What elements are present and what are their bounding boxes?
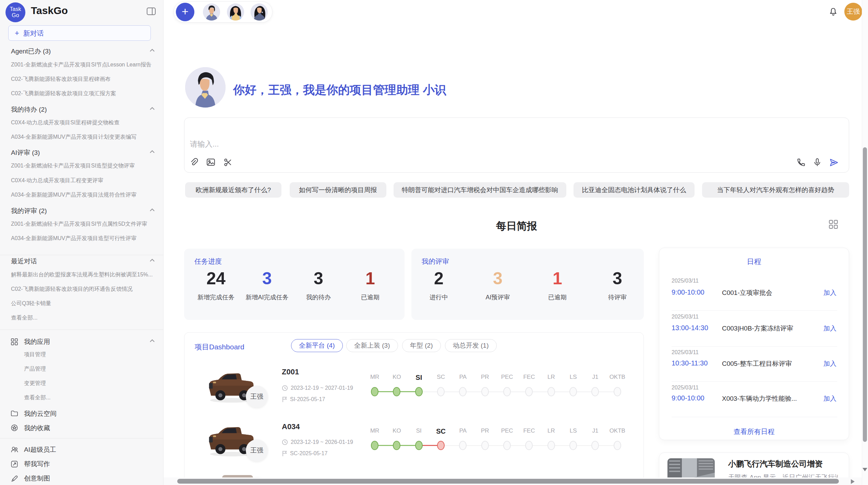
app-link-project-mgmt[interactable]: 项目管理 [24,351,46,358]
suggestion-chip[interactable]: 欧洲新规最近颁布了什么? [185,182,281,198]
milestone-label-active: SI [408,374,430,382]
sidebar-task-item[interactable]: C0X4-动力总成开发项目工程变更评审 [11,177,103,184]
avatar[interactable] [251,3,268,21]
chevron-up-icon[interactable] [149,107,155,110]
conversation-switcher: + [173,1,273,23]
my-review-card: 我的评审 2 进行中 3 AI预评审 1 已逾期 3 待评审 [411,249,644,320]
chevron-up-icon[interactable] [149,208,155,212]
milestone-label: SC [430,374,452,382]
sidebar-task-item[interactable]: A034-全新新能源MUV产品开发项目计划变更表编写 [11,134,136,141]
view-all-chats-link[interactable]: 查看全部... [11,314,37,322]
project-flag-milestone: SI-2025-05-17 [282,396,325,402]
chat-input[interactable]: 请输入... [184,117,849,173]
join-link[interactable]: 加入 [823,288,836,297]
attachment-paperclip-icon[interactable] [189,158,198,167]
app-link-product-mgmt[interactable]: 产品管理 [24,365,46,373]
sidebar-item-cloud-space[interactable]: 我的云空间 [24,409,57,418]
join-link[interactable]: 加入 [823,359,836,368]
tab-new-platform[interactable]: 全新平台 (4) [291,339,343,352]
microphone-icon[interactable] [813,158,822,167]
milestone-dot [525,441,533,450]
sidebar-item-my-apps[interactable]: 我的应用 [24,337,50,346]
sidebar-task-item[interactable]: A034-全新新能源MUV产品开发项目法规符合性评审 [11,191,136,199]
recent-chat-item[interactable]: C02-飞腾新能源轻客改款项目的闭环通告反馈情况 [11,286,133,293]
add-conversation-button[interactable]: + [176,3,194,21]
sidebar-item-help-write[interactable]: 帮我写作 [24,460,50,469]
chevron-up-icon[interactable] [149,339,155,343]
sidebar-item-creative-draw[interactable]: 创意制图 [24,474,50,483]
send-icon[interactable] [829,158,839,167]
suggestion-chip[interactable]: 特朗普可能对进口汽车增税会对中国车企造成哪些影响 [394,182,566,198]
join-link[interactable]: 加入 [823,394,836,403]
sidebar-task-item[interactable]: Z001-全新燃油皮卡产品开发项目SI节点Lesson Learn报告 [11,61,152,69]
stat-value: 1 [527,269,588,288]
schedule-event-title: C003|H0B-方案冻结评审 [722,324,793,333]
divider [672,381,837,382]
scroll-right-arrow[interactable] [851,479,855,484]
milestone-label-active: SC [430,427,452,435]
layout-grid-icon[interactable] [829,220,838,229]
tab-year-model[interactable]: 年型 (2) [402,339,441,352]
sidebar-collapse-icon[interactable] [147,8,156,15]
milestone-dot [547,387,555,396]
milestone-label: PA [452,427,474,435]
milestone-label: PR [474,427,496,435]
app-link-change-mgmt[interactable]: 变更管理 [24,380,46,387]
dashboard-title: 项目Dashboard [195,342,244,352]
image-upload-icon[interactable] [206,158,215,167]
sidebar-task-item[interactable]: C0X4-动力总成开发项目SI里程碑提交物检查 [11,119,119,126]
milestone-label: LS [562,427,584,435]
avatar[interactable] [227,3,244,21]
milestone-label: PEC [496,374,518,382]
suggestion-chip[interactable]: 如何写一份清晰的项目周报 [290,182,386,198]
schedule-date: 2025/03/11 [672,349,699,356]
milestone-label: LS [562,374,584,382]
milestone-dot [614,387,621,396]
milestone-label: PEC [496,427,518,435]
stat-value: 2 [408,269,470,288]
milestone-label: MR [364,427,386,435]
schedule-time: 9:00-10:00 [672,288,704,296]
chevron-up-icon[interactable] [149,49,155,52]
view-all-schedule-link[interactable]: 查看所有日程 [659,427,849,436]
new-chat-button[interactable]: +新对话 [8,25,151,41]
join-link[interactable]: 加入 [823,324,836,333]
avatar[interactable] [203,3,220,21]
suggestion-chip[interactable]: 比亚迪全固态电池计划具体说了什么 [574,182,695,198]
recent-chat-item[interactable]: 解释最新出台的欧盟报废车法规再生塑料比例被调至15%... [11,271,153,278]
sidebar-task-item[interactable]: A034-全新新能源MUV产品开发项目造型可行性评审 [11,235,136,242]
user-avatar[interactable]: 王强 [844,3,862,21]
section-my-review: 我的评审 (2) [11,207,47,215]
sidebar-item-favorites[interactable]: 我的收藏 [24,424,50,433]
sidebar-task-item[interactable]: C02-飞腾新能源轻客改款项目里程碑画布 [11,76,111,83]
tab-powertrain[interactable]: 动总开发 (1) [445,339,497,352]
recent-chat-item[interactable]: 公司Q3轻卡销量 [11,300,51,307]
notifications-bell-icon[interactable] [829,7,838,16]
app-logo-line1: Task [5,6,25,12]
milestone-labels-row: MR KO SI SC PA PR PEC FEC LR LS J1 OKTB [364,427,628,435]
sidebar-item-ai-super-staff[interactable]: AI超级员工 [24,445,56,454]
phone-call-icon[interactable] [797,158,806,167]
milestone-dot [481,441,489,450]
milestone-label: LR [540,374,562,382]
stat-label: 待评审 [587,293,648,301]
chevron-up-icon[interactable] [149,150,155,153]
scissors-icon[interactable] [224,158,232,167]
sidebar-task-item[interactable]: C02-飞腾新能源轻客改款项目立项汇报方案 [11,90,116,97]
chevron-up-icon[interactable] [149,259,155,262]
scroll-down-arrow[interactable] [863,468,867,471]
suggestion-chip[interactable]: 当下年轻人对汽车外观有怎样的喜好趋势 [702,182,849,198]
milestone-label: OKTB [606,374,628,382]
vertical-scrollbar-thumb[interactable] [863,147,867,442]
tab-new-body[interactable]: 全新上装 (3) [346,339,398,352]
horizontal-scrollbar-thumb[interactable] [177,479,839,484]
sidebar-task-item[interactable]: Z001-全新燃油轻卡产品开发项目SI造型提交物评审 [11,162,135,170]
milestone-dot [591,387,599,396]
sidebar-task-item[interactable]: Z001-全新燃油轻卡产品开发项目SI节点属性5D文件评审 [11,221,147,228]
app-logo: Task Go [5,2,25,22]
section-recent-chats: 最近对话 [11,257,37,266]
favorites-star-icon [11,424,18,431]
view-all-apps-link[interactable]: 查看全部... [24,394,50,401]
date-range-text: 2023-12-19 ~ 2026-01-19 [291,439,353,445]
milestone-dot [437,387,445,396]
